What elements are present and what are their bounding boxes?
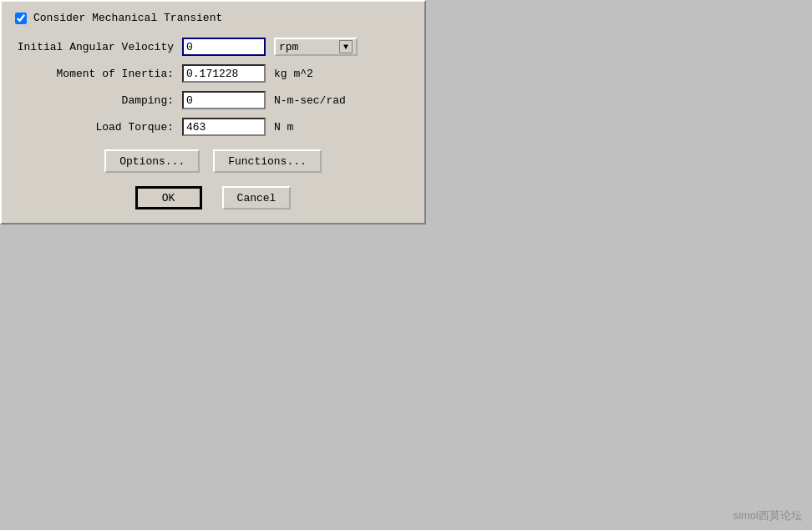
damping-row: Damping: N-m-sec/rad — [15, 91, 411, 109]
rpm-unit-dropdown[interactable]: rpm ▼ — [274, 38, 358, 56]
functions-button[interactable]: Functions... — [213, 149, 322, 173]
ok-button[interactable]: OK — [135, 186, 202, 209]
initial-angular-velocity-label: Initial Angular Velocity — [15, 41, 182, 53]
fields-area: Initial Angular Velocity rpm ▼ Moment of… — [15, 38, 411, 136]
dropdown-arrow-icon: ▼ — [339, 40, 353, 53]
mechanical-transient-dialog: Consider Mechanical Transient Initial An… — [0, 0, 426, 225]
initial-angular-velocity-input[interactable] — [182, 38, 266, 56]
damping-unit: N-m-sec/rad — [274, 94, 358, 107]
consider-mechanical-transient-checkbox[interactable] — [15, 13, 27, 24]
consider-mechanical-transient-label: Consider Mechanical Transient — [33, 12, 222, 24]
rpm-unit-text: rpm — [279, 41, 339, 53]
cancel-button[interactable]: Cancel — [222, 186, 292, 209]
moment-of-inertia-input[interactable] — [182, 64, 266, 83]
moment-of-inertia-label: Moment of Inertia: — [15, 68, 182, 80]
options-button[interactable]: Options... — [104, 149, 200, 173]
load-torque-input[interactable] — [182, 118, 266, 136]
options-functions-row: Options... Functions... — [15, 149, 411, 173]
moment-of-inertia-row: Moment of Inertia: kg m^2 — [15, 64, 411, 83]
damping-input[interactable] — [182, 91, 266, 109]
load-torque-label: Load Torque: — [15, 121, 182, 134]
initial-angular-velocity-row: Initial Angular Velocity rpm ▼ — [15, 38, 411, 56]
watermark: simol西莫论坛 — [733, 508, 802, 523]
load-torque-unit: N m — [274, 121, 358, 134]
moment-of-inertia-unit: kg m^2 — [274, 68, 358, 80]
damping-label: Damping: — [15, 94, 182, 107]
action-buttons-row: OK Cancel — [15, 186, 411, 209]
load-torque-row: Load Torque: N m — [15, 118, 411, 136]
checkbox-row: Consider Mechanical Transient — [15, 12, 411, 24]
